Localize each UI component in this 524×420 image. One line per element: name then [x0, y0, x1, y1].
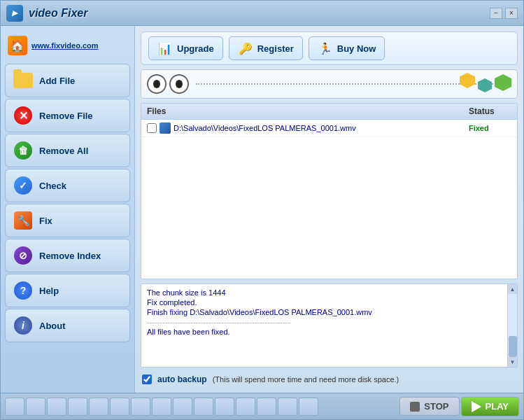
- website-banner: 🏠 www.fixvideo.com: [5, 31, 130, 59]
- fix-button[interactable]: 🔧 Fix: [5, 204, 130, 237]
- auto-backup-label: auto backup: [157, 374, 207, 384]
- scroll-thumb[interactable]: [509, 336, 517, 357]
- file-type-icon: [160, 122, 171, 134]
- remove-all-icon: 🗑: [13, 140, 34, 161]
- hexagons-decoration: [460, 73, 511, 90]
- log-area: The chunk size is 1444 Fix completed. Fi…: [141, 284, 518, 368]
- right-eye: [169, 74, 189, 94]
- status-seg-8: [152, 398, 171, 416]
- status-seg-14: [278, 398, 297, 416]
- remove-index-button[interactable]: ⊘ Remove Index: [5, 239, 130, 272]
- log-line-1: Fix completed.: [147, 298, 502, 307]
- status-bar: STOP PLAY: [1, 393, 523, 419]
- log-line-2: Finish fixing D:\Salvado\Videos\FixedLOS…: [147, 308, 502, 316]
- status-seg-15: [299, 398, 318, 416]
- home-icon: 🏠: [8, 36, 27, 55]
- help-label: Help: [39, 286, 59, 296]
- stop-label: STOP: [424, 401, 448, 412]
- scroll-up-arrow[interactable]: ▲: [508, 284, 518, 294]
- stop-button[interactable]: STOP: [399, 397, 459, 416]
- status-seg-1: [5, 398, 24, 416]
- status-seg-4: [68, 398, 87, 416]
- check-icon: ✓: [13, 175, 34, 196]
- remove-index-label: Remove Index: [39, 251, 101, 261]
- about-icon: i: [13, 315, 34, 336]
- content-area: 🏠 www.fixvideo.com Add File ✕ Remove Fil…: [1, 26, 523, 393]
- main-window: ▶ video Fixer − × 🏠 www.fixvideo.com Add…: [0, 0, 524, 420]
- app-title: video Fixer: [29, 7, 87, 20]
- status-seg-11: [215, 398, 234, 416]
- add-file-label: Add File: [39, 76, 75, 86]
- log-line-0: The chunk size is 1444: [147, 288, 502, 297]
- eye-area: [141, 69, 518, 99]
- left-eye: [147, 74, 167, 94]
- status-seg-9: [173, 398, 192, 416]
- hex-gold: [460, 73, 475, 88]
- status-seg-12: [236, 398, 255, 416]
- hex-teal: [478, 78, 492, 92]
- toolbar: 📊 Upgrade 🔑 Register 🏃 Buy Now: [141, 31, 518, 65]
- about-button[interactable]: i About: [5, 309, 130, 342]
- log-scrollbar: ▲ ▼: [507, 284, 517, 367]
- file-status: Fixed: [463, 120, 517, 137]
- check-button[interactable]: ✓ Check: [5, 169, 130, 202]
- file-table-container: Files Status D:\Salvado\Videos\FixedLOS …: [141, 103, 518, 279]
- minimize-button[interactable]: −: [490, 8, 502, 19]
- log-line-4: All files have been fixed.: [147, 328, 502, 336]
- fix-icon: 🔧: [13, 210, 34, 231]
- remove-all-label: Remove All: [39, 146, 88, 156]
- website-link[interactable]: www.fixvideo.com: [31, 41, 99, 50]
- title-controls: − ×: [490, 8, 518, 19]
- upgrade-label: Upgrade: [177, 43, 214, 54]
- play-icon: [472, 401, 481, 412]
- file-checkbox[interactable]: [147, 123, 157, 133]
- log-line-3: ----------------------------------------…: [147, 318, 502, 326]
- auto-backup-note: (This will spend more time and need more…: [213, 375, 399, 384]
- log-content: The chunk size is 1444 Fix completed. Fi…: [141, 284, 507, 367]
- help-button[interactable]: ? Help: [5, 274, 130, 307]
- left-pupil: [153, 80, 160, 88]
- upgrade-icon: 📊: [157, 41, 173, 56]
- stop-icon: [410, 402, 420, 412]
- files-column-header: Files: [141, 104, 463, 120]
- buy-now-icon: 🏃: [318, 41, 333, 56]
- status-seg-3: [47, 398, 66, 416]
- status-seg-10: [194, 398, 213, 416]
- status-seg-13: [257, 398, 276, 416]
- file-path-cell: D:\Salvado\Videos\FixedLOS PALMERAS_0001…: [141, 120, 463, 137]
- status-seg-6: [110, 398, 129, 416]
- remove-file-label: Remove File: [39, 111, 93, 121]
- title-bar: ▶ video Fixer − ×: [1, 1, 523, 26]
- remove-file-button[interactable]: ✕ Remove File: [5, 99, 130, 132]
- file-path: D:\Salvado\Videos\FixedLOS PALMERAS_0001…: [174, 124, 356, 132]
- status-seg-2: [26, 398, 45, 416]
- check-label: Check: [39, 181, 66, 191]
- add-file-button[interactable]: Add File: [5, 64, 130, 97]
- remove-index-icon: ⊘: [13, 245, 34, 266]
- play-button[interactable]: PLAY: [461, 397, 519, 416]
- close-button[interactable]: ×: [505, 8, 518, 19]
- buy-now-label: Buy Now: [337, 43, 376, 54]
- main-area: 📊 Upgrade 🔑 Register 🏃 Buy Now: [135, 26, 523, 393]
- folder-icon: [13, 70, 34, 91]
- table-row[interactable]: D:\Salvado\Videos\FixedLOS PALMERAS_0001…: [141, 120, 517, 137]
- status-seg-7: [131, 398, 150, 416]
- upgrade-button[interactable]: 📊 Upgrade: [148, 36, 223, 60]
- scroll-down-arrow[interactable]: ▼: [508, 357, 518, 367]
- title-bar-left: ▶ video Fixer: [6, 5, 87, 22]
- remove-file-icon: ✕: [13, 105, 34, 126]
- help-icon: ?: [13, 280, 34, 301]
- register-icon: 🔑: [238, 41, 253, 56]
- auto-backup-row: auto backup (This will spend more time a…: [141, 372, 518, 387]
- file-table: Files Status D:\Salvado\Videos\FixedLOS …: [141, 104, 517, 137]
- buy-now-button[interactable]: 🏃 Buy Now: [309, 36, 385, 60]
- right-pupil: [176, 80, 183, 88]
- auto-backup-checkbox[interactable]: [142, 374, 152, 384]
- register-button[interactable]: 🔑 Register: [229, 36, 303, 60]
- status-column-header: Status: [463, 104, 517, 120]
- scroll-track: [508, 294, 517, 357]
- sidebar: 🏠 www.fixvideo.com Add File ✕ Remove Fil…: [1, 26, 135, 393]
- app-icon: ▶: [6, 5, 23, 22]
- remove-all-button[interactable]: 🗑 Remove All: [5, 134, 130, 167]
- register-label: Register: [257, 43, 294, 54]
